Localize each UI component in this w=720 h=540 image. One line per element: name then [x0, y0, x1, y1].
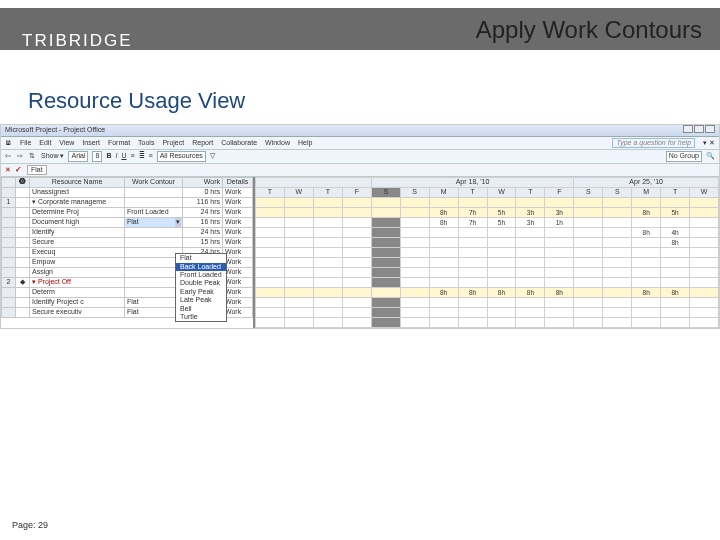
- help-close-icon[interactable]: ▾ ✕: [703, 139, 715, 147]
- hours-cell[interactable]: [487, 238, 516, 248]
- hours-cell[interactable]: [632, 238, 661, 248]
- hours-cell[interactable]: [545, 308, 574, 318]
- resource-name-cell[interactable]: Execuq: [30, 248, 125, 258]
- hours-cell[interactable]: [313, 218, 342, 228]
- contour-cell[interactable]: [125, 188, 183, 198]
- hours-cell[interactable]: [603, 218, 632, 228]
- hours-cell[interactable]: [603, 308, 632, 318]
- hours-cell[interactable]: [342, 318, 371, 328]
- day-header[interactable]: T: [256, 188, 285, 198]
- table-row[interactable]: Document highFlat16 hrsWork: [2, 218, 253, 228]
- table-row[interactable]: Identify24 hrsWork: [2, 228, 253, 238]
- zoom-icon[interactable]: 🔍: [706, 152, 715, 160]
- hours-cell[interactable]: [429, 198, 458, 208]
- menu-report[interactable]: Report: [192, 139, 213, 147]
- hours-cell[interactable]: [342, 218, 371, 228]
- font-size-select[interactable]: 8: [92, 151, 102, 161]
- col-indicator[interactable]: ⓿: [16, 178, 30, 188]
- col-rownum[interactable]: [2, 178, 16, 188]
- details-cell[interactable]: Work: [223, 208, 253, 218]
- day-header[interactable]: F: [342, 188, 371, 198]
- hours-cell[interactable]: [400, 238, 429, 248]
- contour-option[interactable]: Front Loaded: [176, 271, 226, 279]
- row-cell[interactable]: [2, 288, 16, 298]
- details-cell[interactable]: Work: [223, 248, 253, 258]
- menu-window[interactable]: Window: [265, 139, 290, 147]
- hours-cell[interactable]: [458, 268, 487, 278]
- contour-option[interactable]: Double Peak: [176, 279, 226, 287]
- hours-cell[interactable]: [284, 248, 313, 258]
- table-row[interactable]: 1▾ Corporate manageme116 hrsWork: [2, 198, 253, 208]
- hours-cell[interactable]: [313, 268, 342, 278]
- contour-cell[interactable]: Flat: [125, 218, 183, 228]
- hours-cell[interactable]: [487, 198, 516, 208]
- resource-name-cell[interactable]: Determine Proj: [30, 208, 125, 218]
- day-header[interactable]: T: [313, 188, 342, 198]
- hours-cell[interactable]: [487, 278, 516, 288]
- hours-cell[interactable]: [429, 248, 458, 258]
- hours-cell[interactable]: [632, 278, 661, 288]
- details-cell[interactable]: Work: [223, 228, 253, 238]
- hours-cell[interactable]: [458, 228, 487, 238]
- hours-cell[interactable]: [632, 258, 661, 268]
- hours-cell[interactable]: [400, 288, 429, 298]
- hours-cell[interactable]: [371, 228, 400, 238]
- hours-cell[interactable]: [371, 248, 400, 258]
- row-cell[interactable]: [2, 258, 16, 268]
- hours-cell[interactable]: [284, 258, 313, 268]
- hours-cell[interactable]: [284, 298, 313, 308]
- hours-cell[interactable]: [284, 238, 313, 248]
- hours-cell[interactable]: [371, 238, 400, 248]
- hours-cell[interactable]: [313, 278, 342, 288]
- work-contour-dropdown[interactable]: FlatBack LoadedFront LoadedDouble PeakEa…: [175, 253, 227, 322]
- row-cell[interactable]: [16, 218, 30, 228]
- day-header[interactable]: F: [545, 188, 574, 198]
- hours-cell[interactable]: [603, 288, 632, 298]
- hours-cell[interactable]: [603, 208, 632, 218]
- hours-cell[interactable]: [690, 258, 719, 268]
- hours-cell[interactable]: [400, 198, 429, 208]
- hours-cell[interactable]: 3h: [516, 218, 545, 228]
- hours-cell[interactable]: [516, 248, 545, 258]
- row-cell[interactable]: [16, 298, 30, 308]
- hours-cell[interactable]: [661, 258, 690, 268]
- filter-icon[interactable]: ▽: [210, 152, 215, 160]
- hours-cell[interactable]: [661, 268, 690, 278]
- hours-cell[interactable]: [284, 198, 313, 208]
- hours-cell[interactable]: [516, 278, 545, 288]
- nav-icon[interactable]: ⇅: [29, 152, 37, 161]
- row-cell[interactable]: [2, 208, 16, 218]
- hours-cell[interactable]: [487, 268, 516, 278]
- font-select[interactable]: Arial: [68, 151, 88, 161]
- underline-button[interactable]: U: [121, 152, 126, 160]
- contour-cell[interactable]: Flat: [125, 298, 183, 308]
- contour-option[interactable]: Bell: [176, 305, 226, 313]
- hours-cell[interactable]: [342, 208, 371, 218]
- hours-cell[interactable]: [400, 228, 429, 238]
- hours-cell[interactable]: [574, 318, 603, 328]
- row-cell[interactable]: 2: [2, 278, 16, 288]
- hours-cell[interactable]: 3h: [516, 208, 545, 218]
- hours-cell[interactable]: [342, 308, 371, 318]
- row-cell[interactable]: [2, 188, 16, 198]
- hours-cell[interactable]: [400, 268, 429, 278]
- bold-button[interactable]: B: [106, 152, 111, 160]
- hours-cell[interactable]: [603, 228, 632, 238]
- hours-cell[interactable]: [400, 208, 429, 218]
- hours-cell[interactable]: [342, 258, 371, 268]
- day-header[interactable]: M: [429, 188, 458, 198]
- hours-cell[interactable]: [574, 308, 603, 318]
- day-header[interactable]: S: [371, 188, 400, 198]
- details-cell[interactable]: Work: [223, 308, 253, 318]
- details-cell[interactable]: Work: [223, 218, 253, 228]
- hours-cell[interactable]: [371, 278, 400, 288]
- hours-cell[interactable]: [690, 248, 719, 258]
- hours-cell[interactable]: [429, 268, 458, 278]
- hours-cell[interactable]: [458, 198, 487, 208]
- menu-help[interactable]: Help: [298, 139, 312, 147]
- menu-collaborate[interactable]: Collaborate: [221, 139, 257, 147]
- hours-cell[interactable]: 1h: [545, 218, 574, 228]
- hours-cell[interactable]: [256, 248, 285, 258]
- hours-cell[interactable]: [603, 298, 632, 308]
- details-cell[interactable]: Work: [223, 278, 253, 288]
